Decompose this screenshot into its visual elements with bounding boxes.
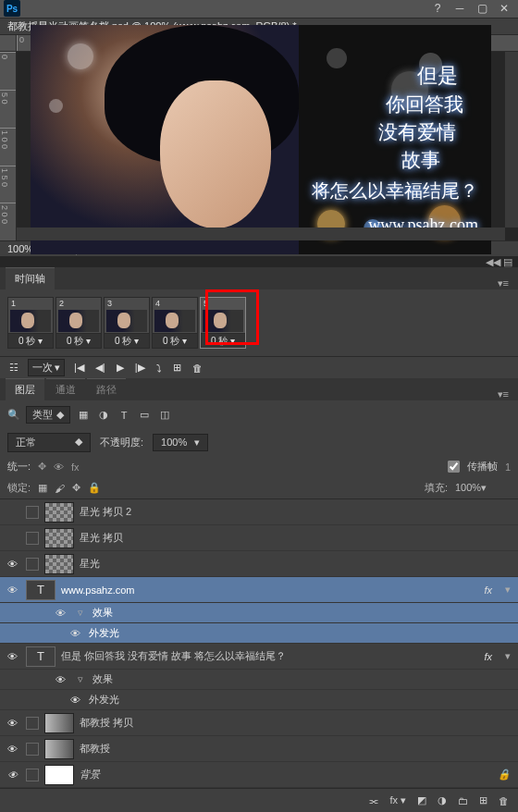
layer-fx-icon[interactable]: fx ▾ (389, 794, 406, 806)
opacity-input[interactable]: 100%▾ (153, 434, 208, 451)
layer-item[interactable]: 👁星光 (0, 551, 518, 577)
link-layers-icon[interactable]: ⫘ (368, 795, 378, 806)
fx-badge[interactable]: fx (480, 584, 496, 596)
layer-link-slot[interactable] (26, 743, 39, 756)
layer-item[interactable]: 👁都教授 (0, 736, 518, 762)
layer-item[interactable]: 👁▿效果 (0, 603, 518, 623)
propagate-label: 传播帧 (467, 460, 498, 474)
visibility-icon[interactable]: 👁 (4, 769, 20, 781)
expand-arrow-icon[interactable]: ▿ (74, 673, 87, 685)
frame-2[interactable]: 20 秒 ▾ (56, 297, 102, 349)
filter-type-icon[interactable]: T (117, 410, 131, 421)
bokeh-icon (49, 99, 63, 113)
frame-5[interactable]: 50 秒 ▾ (200, 297, 246, 349)
visibility-icon[interactable]: 👁 (4, 559, 20, 570)
propagate-checkbox[interactable] (448, 461, 460, 473)
layer-item[interactable]: 星光 拷贝 (0, 525, 518, 551)
unify-style-icon[interactable]: fx (71, 461, 80, 473)
tween-icon[interactable]: ⤵ (154, 363, 164, 374)
layer-link-slot[interactable] (26, 506, 39, 519)
lock-all-icon[interactable]: 🔒 (88, 482, 101, 494)
frame-4[interactable]: 40 秒 ▾ (152, 297, 198, 349)
filter-kind-select[interactable]: 类型◆ (26, 406, 70, 424)
group-icon[interactable]: 🗀 (458, 795, 468, 806)
minimize-icon[interactable]: ─ (450, 1, 470, 16)
tab-layers[interactable]: 图层 (6, 378, 44, 400)
fill-input[interactable]: 100%▾ (455, 482, 511, 494)
filter-smart-icon[interactable]: ◫ (157, 409, 172, 421)
fx-badge[interactable]: fx (480, 651, 496, 662)
layer-item[interactable]: 👁都教授 拷贝 (0, 710, 518, 736)
scrollbar-horizontal[interactable] (17, 228, 505, 240)
expand-arrow-icon[interactable]: ▿ (74, 607, 87, 619)
loop-selector[interactable]: 一次▾ (28, 359, 65, 376)
new-layer-icon[interactable]: ⊞ (479, 794, 487, 806)
layer-mask-icon[interactable]: ◩ (417, 794, 426, 806)
layer-item[interactable]: 👁外发光 (0, 690, 518, 710)
visibility-icon[interactable]: 👁 (4, 584, 20, 596)
layer-item[interactable]: 👁外发光 (0, 623, 518, 644)
layer-link-slot[interactable] (26, 558, 39, 571)
layer-item[interactable]: 👁Twww.psahz.comfx▾ (0, 577, 518, 603)
delete-frame-icon[interactable]: 🗑 (191, 363, 204, 374)
layer-thumb-icon (44, 554, 74, 574)
maximize-icon[interactable]: ▢ (472, 1, 492, 16)
ruler-corner (0, 35, 17, 52)
unify-visibility-icon[interactable]: 👁 (54, 461, 64, 473)
close-icon[interactable]: ✕ (494, 1, 514, 16)
filter-adjust-icon[interactable]: ◑ (96, 409, 111, 421)
panel-menu-icon[interactable]: ▾≡ (494, 388, 512, 400)
scrollbar-vertical[interactable] (505, 52, 518, 228)
next-frame-icon[interactable]: |▶ (133, 362, 147, 374)
timeline-controls: ☷ 一次▾ |◀ ◀| ▶ |▶ ⤵ ⊞ 🗑 (0, 356, 518, 378)
fx-arrow-icon[interactable]: ▾ (501, 584, 514, 596)
zoom-level[interactable]: 100% (7, 243, 33, 254)
layer-name: 星光 拷贝 2 (80, 505, 514, 519)
ruler-vertical[interactable]: 05 01 0 01 5 02 0 0 (0, 52, 17, 241)
bokeh-icon (327, 48, 347, 68)
play-icon[interactable]: ▶ (115, 362, 126, 374)
fx-arrow-icon[interactable]: ▾ (501, 650, 514, 662)
prev-frame-icon[interactable]: ◀| (93, 362, 107, 374)
layer-item[interactable]: 👁T但是 你回答我 没有爱情 故事 将怎么以幸福结尾？fx▾ (0, 644, 518, 670)
visibility-icon[interactable]: 👁 (52, 608, 68, 619)
blend-mode-select[interactable]: 正常◆ (7, 433, 91, 452)
panel-collapse[interactable]: ◀◀ ▤ (0, 256, 518, 267)
help-icon[interactable]: ? (427, 1, 448, 16)
frame-3[interactable]: 30 秒 ▾ (104, 297, 150, 349)
canvas[interactable]: 但是 你回答我 没有爱情 故事 将怎么以幸福结尾？ www.psahz.com (17, 52, 505, 228)
frames-strip: 10 秒 ▾20 秒 ▾30 秒 ▾40 秒 ▾50 秒 ▾ (7, 297, 511, 349)
layer-item[interactable]: 星光 拷贝 2 (0, 499, 518, 525)
lock-trans-icon[interactable]: ▦ (38, 482, 47, 494)
layer-link-slot[interactable] (26, 532, 39, 545)
tab-paths[interactable]: 路径 (87, 378, 126, 400)
panel-menu-icon[interactable]: ▾≡ (494, 277, 512, 289)
tab-timeline[interactable]: 时间轴 (6, 267, 55, 289)
adjust-layer-icon[interactable]: ◑ (438, 794, 447, 806)
visibility-icon[interactable]: 👁 (4, 651, 20, 662)
first-frame-icon[interactable]: |◀ (72, 362, 86, 374)
artboard: 但是 你回答我 没有爱情 故事 将怎么以幸福结尾？ www.psahz.com (31, 25, 491, 254)
visibility-icon[interactable]: 👁 (4, 744, 20, 755)
lock-paint-icon[interactable]: 🖌 (55, 483, 65, 494)
lock-pos-icon[interactable]: ✥ (72, 482, 80, 494)
duplicate-frame-icon[interactable]: ⊞ (171, 362, 183, 374)
convert-icon[interactable]: ☷ (7, 362, 20, 374)
unify-position-icon[interactable]: ✥ (38, 461, 46, 473)
layer-item[interactable]: 👁▿效果 (0, 670, 518, 690)
delete-layer-icon[interactable]: 🗑 (499, 795, 509, 806)
filter-shape-icon[interactable]: ▭ (137, 409, 152, 421)
canvas-area: 050100150200250300350400450 05 01 0 01 5… (0, 35, 518, 241)
visibility-icon[interactable]: 👁 (52, 674, 68, 685)
frame-1[interactable]: 10 秒 ▾ (7, 297, 54, 349)
filter-search-icon[interactable]: 🔍 (7, 409, 20, 421)
layer-link-slot[interactable] (26, 717, 39, 730)
filter-pixel-icon[interactable]: ▦ (76, 409, 91, 421)
opacity-label: 不透明度: (100, 436, 143, 449)
tab-channels[interactable]: 通道 (46, 378, 85, 400)
layer-item[interactable]: 👁背景🔒 (0, 762, 518, 788)
visibility-icon[interactable]: 👁 (67, 695, 83, 706)
layer-link-slot[interactable] (26, 769, 39, 781)
visibility-icon[interactable]: 👁 (67, 628, 83, 639)
visibility-icon[interactable]: 👁 (4, 718, 20, 729)
